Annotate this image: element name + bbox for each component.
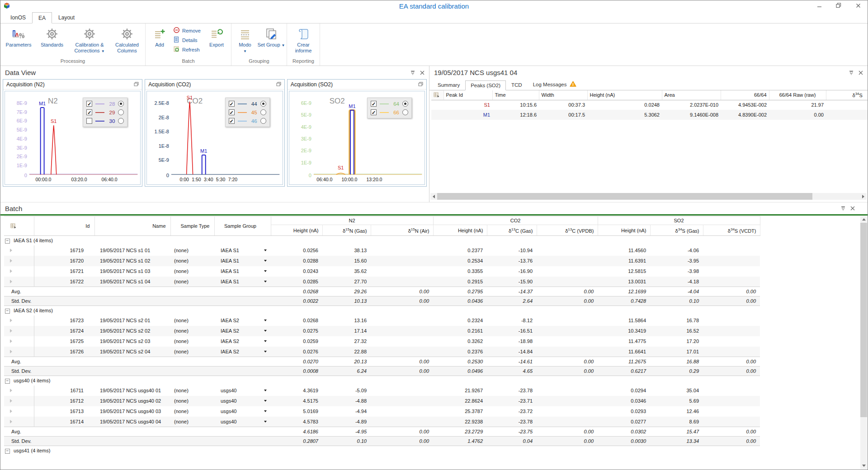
batch-row[interactable]: 1672119/05/2017 NCS s1 03(none)IAEA S10.… [4, 266, 760, 277]
batch-column-header[interactable]: Id [34, 216, 94, 236]
series-66-radio[interactable] [402, 109, 408, 115]
batch-row[interactable]: 1671919/05/2017 NCS s1 01(none)IAEA S10.… [4, 245, 760, 256]
peaks-column-header[interactable]: Peak Id [443, 90, 492, 100]
scroll-left-icon[interactable] [430, 193, 437, 200]
crear-informe-button[interactable]: Crear informe [288, 24, 318, 54]
batch-column-header[interactable]: Sample Group [214, 216, 271, 236]
restore-icon[interactable] [834, 1, 844, 9]
expand-row-icon[interactable] [10, 350, 12, 353]
batch-row[interactable]: 1671319/05/2017 NCS usgs40 03(none)usgs4… [4, 406, 760, 417]
group-header-row[interactable]: −IAEA S2 (4 items) [4, 306, 760, 315]
series-45-radio[interactable] [260, 109, 266, 115]
series-28-checkbox[interactable]: ✓ [86, 101, 92, 107]
peaks-column-header[interactable]: 66/64 Raw (raw) [769, 90, 826, 100]
vertical-scrollbar[interactable] [860, 216, 867, 469]
sample-group-dropdown[interactable]: IAEA S2 [214, 315, 271, 326]
remove-button[interactable]: Remove [173, 27, 201, 34]
sample-group-dropdown[interactable]: IAEA S2 [214, 326, 271, 336]
pin-icon[interactable] [840, 206, 846, 211]
collapse-icon[interactable]: − [5, 449, 10, 454]
series-30-radio[interactable] [118, 118, 124, 124]
batch-subcolumn-header[interactable]: Height (nA) [433, 225, 487, 236]
batch-row[interactable]: 1671419/05/2017 NCS usgs40 04(none)usgs4… [4, 417, 760, 427]
calculated-columns-button[interactable]: Calculated Columns [110, 24, 144, 54]
collapse-icon[interactable]: − [5, 239, 10, 244]
close-icon[interactable] [853, 1, 863, 9]
group-header-row[interactable]: −IAEA S1 (4 items) [4, 236, 760, 245]
scroll-right-icon[interactable] [860, 193, 867, 200]
sample-group-dropdown[interactable]: usgs40 [214, 385, 271, 396]
group-header-row[interactable]: −usgs40 (4 items) [4, 376, 760, 385]
peaks-column-header[interactable]: Area [662, 90, 721, 100]
expand-row-icon[interactable] [10, 389, 12, 392]
series-44-radio[interactable] [260, 101, 266, 107]
batch-subcolumn-header[interactable]: Height (nA) [598, 225, 650, 236]
batch-row[interactable]: 1671119/05/2017 NCS usgs40 01(none)usgs4… [4, 385, 760, 396]
horizontal-scrollbar[interactable] [430, 193, 867, 200]
sample-group-dropdown[interactable]: IAEA S1 [214, 277, 271, 287]
series-30-checkbox[interactable] [86, 118, 92, 124]
float-window-icon[interactable] [276, 81, 281, 88]
standards-button[interactable]: Standards [35, 24, 69, 48]
collapse-icon[interactable]: − [5, 379, 10, 384]
expand-row-icon[interactable] [10, 420, 12, 423]
minimize-icon[interactable] [814, 1, 824, 9]
series-46-radio[interactable] [260, 118, 266, 124]
expand-row-icon[interactable] [10, 329, 12, 333]
batch-column-header[interactable]: Name [94, 216, 170, 236]
float-window-icon[interactable] [418, 81, 423, 88]
batch-row[interactable]: 1671219/05/2017 NCS usgs40 02(none)usgs4… [4, 396, 760, 406]
series-64-radio[interactable] [402, 101, 408, 107]
collapse-icon[interactable]: − [5, 309, 10, 314]
series-29-checkbox[interactable]: ✓ [86, 109, 92, 115]
batch-subcolumn-header[interactable]: δ13C (Gas) [487, 225, 537, 236]
series-29-radio[interactable] [118, 109, 124, 115]
tab-log-messages[interactable]: Log Messages! [528, 79, 582, 90]
expand-row-icon[interactable] [10, 399, 12, 403]
series-28-radio[interactable] [118, 101, 124, 107]
batch-column-header[interactable]: Sample Type [170, 216, 214, 236]
peaks-row[interactable]: M112:18.600:17.55.30629.1460E-0084.8390E… [431, 110, 868, 120]
sample-group-dropdown[interactable]: usgs40 [214, 417, 271, 427]
batch-subcolumn-header[interactable]: δ34S (VCDT) [703, 225, 760, 236]
pin-icon[interactable] [410, 70, 415, 75]
batch-row[interactable]: 1672519/05/2017 NCS s2 03(none)IAEA S20.… [4, 336, 760, 347]
tab-layout[interactable]: Layout [52, 12, 81, 23]
batch-subcolumn-header[interactable]: δ15N (Gas) [322, 225, 371, 236]
batch-row[interactable]: 1672419/05/2017 NCS s2 02(none)IAEA S20.… [4, 326, 760, 336]
calibration-corrections-button[interactable]: Calibration & Corrections ▼ [69, 24, 110, 54]
series-46-checkbox[interactable]: ✓ [229, 118, 235, 124]
pin-icon[interactable] [849, 70, 854, 75]
tab-ionos[interactable]: IonOS [4, 12, 32, 23]
group-header-row[interactable]: −usgs41 (4 items) [4, 446, 760, 456]
peaks-column-header[interactable]: δ34S [826, 90, 868, 100]
peaks-row[interactable]: S110:15.600:37.30.02482.0237E-0104.9453E… [431, 100, 868, 110]
batch-row[interactable]: 1672219/05/2017 NCS s1 04(none)IAEA S10.… [4, 277, 760, 287]
close-panel-icon[interactable] [859, 70, 863, 75]
batch-subcolumn-header[interactable]: δ15N (Air) [371, 225, 433, 236]
expand-row-icon[interactable] [10, 339, 12, 343]
batch-subcolumn-header[interactable]: δ34S (Gas) [650, 225, 703, 236]
peaks-column-header[interactable]: Time [492, 90, 539, 100]
series-44-checkbox[interactable]: ✓ [229, 101, 235, 107]
sample-group-dropdown[interactable]: usgs40 [214, 406, 271, 417]
tab-peaks-so2-[interactable]: Peaks (SO2) [465, 80, 506, 90]
sample-group-dropdown[interactable]: IAEA S2 [214, 347, 271, 357]
expand-row-icon[interactable] [10, 409, 12, 413]
add-button[interactable]: Add [147, 24, 172, 48]
export-button[interactable]: Export [203, 24, 230, 48]
sample-group-dropdown[interactable]: IAEA S2 [214, 336, 271, 347]
expand-row-icon[interactable] [10, 319, 12, 322]
sample-group-dropdown[interactable]: usgs40 [214, 396, 271, 406]
sample-group-dropdown[interactable]: IAEA S1 [214, 266, 271, 277]
peaks-column-header[interactable]: Height (nA) [587, 90, 662, 100]
scrollbar-thumb[interactable] [860, 223, 867, 417]
batch-row[interactable]: 1672619/05/2017 NCS s2 04(none)IAEA S20.… [4, 347, 760, 357]
batch-row[interactable]: 1672319/05/2017 NCS s2 01(none)IAEA S20.… [4, 315, 760, 326]
series-64-checkbox[interactable]: ✓ [371, 101, 377, 107]
tab-summary[interactable]: Summary [432, 80, 465, 90]
tab-tcd[interactable]: TCD [506, 80, 528, 90]
batch-row[interactable]: 1672019/05/2017 NCS s1 02(none)IAEA S10.… [4, 256, 760, 266]
set-group-button[interactable]: Set Group ▼ [257, 24, 285, 48]
peaks-column-header[interactable]: Width [539, 90, 587, 100]
